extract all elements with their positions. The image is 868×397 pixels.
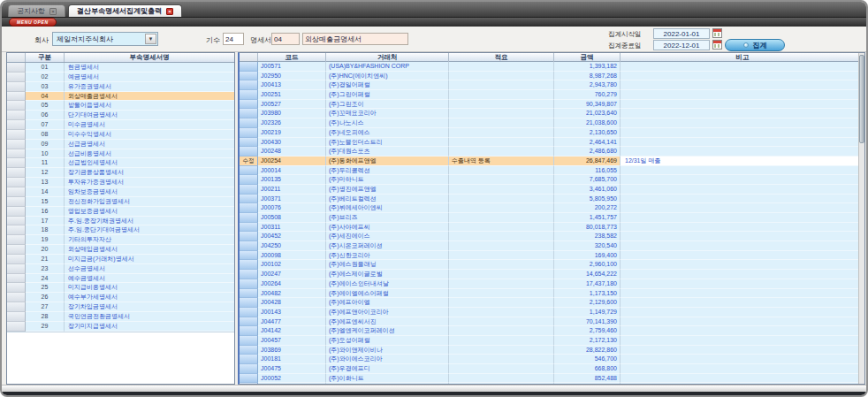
row-status[interactable] [240, 270, 258, 279]
row-selector[interactable] [7, 312, 26, 322]
row-status[interactable] [240, 251, 258, 261]
table-row[interactable]: J04142(주)엘엔케이코퍼레이션2,759,460 [240, 326, 864, 336]
table-row[interactable]: J02326(주)나노시스21,038,600 [240, 118, 864, 128]
table-row[interactable]: J00482(주)에이엘에스어패럴1,173,150 [240, 289, 864, 299]
table-row[interactable]: J00251(주)그린어패럴760,279 [240, 90, 864, 100]
left-table-row[interactable]: 07미수금명세서 [7, 120, 234, 130]
left-table-row[interactable]: 13투자유가증권명세서 [7, 178, 234, 187]
left-table-row[interactable]: 06단기대여금명세서 [7, 111, 234, 120]
left-table-row[interactable]: 01현금명세서 [7, 63, 234, 73]
left-table-row[interactable]: 18주.임.종단기대여금명세서 [7, 225, 234, 235]
row-selector[interactable] [7, 197, 26, 207]
vertical-scrollbar[interactable] [858, 53, 864, 384]
row-selector[interactable] [7, 302, 26, 312]
row-status[interactable] [240, 336, 258, 346]
row-selector[interactable] [7, 225, 26, 235]
row-status[interactable] [240, 298, 258, 308]
row-status[interactable] [240, 203, 258, 213]
row-status[interactable] [240, 317, 258, 327]
table-row[interactable]: J00098(주)신한코리아169,400 [240, 251, 864, 261]
left-table-row[interactable]: 16영업보증금명세서 [7, 207, 234, 217]
row-status[interactable] [240, 147, 258, 157]
row-selector[interactable] [7, 149, 26, 159]
table-row[interactable]: J00248(주)대원스포츠2,486,680 [240, 147, 864, 157]
left-table-row[interactable]: 21미지급금(거래처)명세서 [7, 255, 234, 264]
left-table-row[interactable]: 25미지급비용명세서 [7, 283, 234, 293]
table-row[interactable]: J00311(주)사야에프씨80,018,773 [240, 223, 864, 233]
table-row[interactable]: J02950(주)HNC(에이치엔씨)8,987,268 [240, 72, 864, 81]
row-status[interactable] [240, 138, 258, 148]
company-select[interactable]: 제일저지주식회사 ▼ [52, 32, 158, 46]
table-row[interactable]: J00413(주)경일어패럴2,943,780 [240, 80, 864, 90]
row-status[interactable] [240, 166, 258, 176]
row-status[interactable] [240, 326, 258, 336]
left-table-row[interactable]: 10선급비용명세서 [7, 149, 234, 159]
left-table-row[interactable]: 26예수부가세명세서 [7, 293, 234, 302]
row-status[interactable] [240, 374, 258, 384]
row-selector[interactable] [7, 111, 26, 120]
left-table-row[interactable]: 15전신전화가입권명세서 [7, 197, 234, 207]
row-status[interactable] [240, 260, 258, 270]
row-status[interactable] [240, 346, 258, 355]
row-status[interactable] [240, 223, 258, 233]
aggregate-button[interactable]: 집계 [725, 39, 785, 51]
left-table-row[interactable]: 17주.임.종장기채권명세서 [7, 217, 234, 226]
row-selector[interactable] [7, 120, 26, 130]
row-selector[interactable] [7, 140, 26, 149]
table-row[interactable]: J00247(주)에스제이글로벌14,654,222 [240, 270, 864, 279]
left-table-row[interactable]: 27장기차입금명세서 [7, 302, 234, 312]
table-row[interactable]: J00135(주)마하니트7,685,700 [240, 175, 864, 185]
row-status[interactable] [240, 232, 258, 241]
statement-code-input[interactable] [271, 33, 300, 45]
row-status[interactable] [240, 175, 258, 185]
row-selector[interactable] [7, 92, 26, 102]
table-row[interactable]: J00014(주)두리콜렉션116,055 [240, 166, 864, 176]
table-row[interactable]: J00457(주)오성어패럴2,172,130 [240, 336, 864, 346]
row-selector[interactable] [7, 293, 26, 302]
row-selector[interactable] [7, 264, 26, 274]
row-status[interactable] [240, 213, 258, 223]
table-row[interactable]: J00143(주)에프앤아이코리아1,149,729 [240, 308, 864, 317]
table-row[interactable]: J00428(주)에프아이엘2,129,600 [240, 298, 864, 308]
table-row[interactable]: J03869(주)와이앤제이비나28,822,860 [240, 346, 864, 355]
row-selector[interactable] [7, 101, 26, 111]
table-row[interactable]: J00211(주)명진에프앤엘3,461,060 [240, 185, 864, 195]
row-status[interactable] [240, 80, 258, 90]
table-row[interactable]: 수정J00254(주)동화에프앤엘수출내역 등록26,847,46912/31일… [240, 157, 864, 166]
row-status[interactable]: 수정 [240, 157, 258, 166]
row-status[interactable] [240, 195, 258, 204]
left-table-row[interactable]: 23선수금명세서 [7, 264, 234, 274]
close-icon[interactable]: × [166, 8, 173, 15]
table-row[interactable]: J00371(주)베리트컬렉션5,805,950 [240, 195, 864, 204]
table-row[interactable]: J00508(주)브리즈1,451,757 [240, 213, 864, 223]
row-status[interactable] [240, 128, 258, 138]
row-status[interactable] [240, 279, 258, 289]
table-row[interactable]: J00527(주)그린조이90,349,807 [240, 100, 864, 110]
row-selector[interactable] [7, 187, 26, 197]
row-status[interactable] [240, 355, 258, 364]
row-selector[interactable] [7, 130, 26, 140]
row-selector[interactable] [7, 73, 26, 82]
left-table-row[interactable]: 04외상매출금명세서 [7, 92, 234, 102]
table-row[interactable]: J00219(주)네오피에스2,130,650 [240, 128, 864, 138]
row-status[interactable] [240, 289, 258, 299]
row-selector[interactable] [7, 283, 26, 293]
tab-settlement-report[interactable]: 결산부속명세서집계및출력 × [68, 4, 182, 17]
row-selector[interactable] [7, 168, 26, 178]
table-row[interactable]: J04477(주)에프엔씨서진70,141,390 [240, 317, 864, 327]
table-row[interactable]: J00181(주)와이에스코리아546,700 [240, 355, 864, 364]
row-status[interactable] [240, 364, 258, 374]
calendar-icon[interactable] [712, 28, 722, 38]
row-status[interactable] [240, 62, 258, 72]
row-status[interactable] [240, 72, 258, 81]
table-row[interactable]: J00475(주)우경에프디668,800 [240, 364, 864, 374]
left-table-row[interactable]: 14임차보증금명세서 [7, 187, 234, 197]
left-table-row[interactable]: 08미수수익명세서 [7, 130, 234, 140]
table-row[interactable]: J00102(주)에스원플래닝2,960,100 [240, 260, 864, 270]
left-table-row[interactable]: 11선급법인세명세서 [7, 158, 234, 168]
row-status[interactable] [240, 308, 258, 317]
row-selector[interactable] [7, 255, 26, 264]
table-row[interactable]: J00052(주)이화니트852,488 [240, 374, 864, 384]
row-selector[interactable] [7, 322, 26, 332]
left-table-row[interactable]: 20외상매입금명세서 [7, 245, 234, 255]
